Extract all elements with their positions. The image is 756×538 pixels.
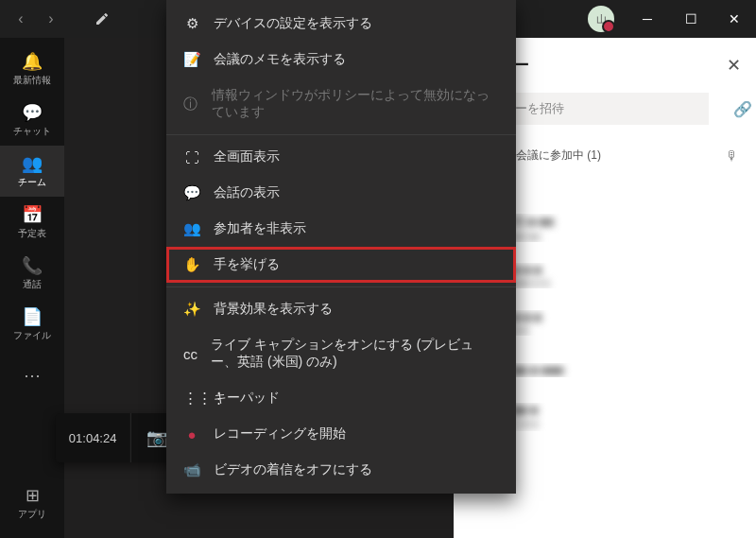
menu-item[interactable]: ✨背景効果を表示する: [166, 291, 516, 327]
nav-forward-button[interactable]: ›: [38, 6, 64, 32]
menu-item-icon: 👥: [183, 220, 200, 237]
menu-item-label: 手を挙げる: [214, 256, 280, 273]
rail-activity[interactable]: 🔔最新情報: [0, 43, 64, 95]
rail-calendar[interactable]: 📅予定表: [0, 197, 64, 248]
more-icon: ⋯: [24, 365, 41, 386]
participant-subtitle: ■■■ ■ ■: [512, 277, 739, 288]
calendar-icon: 📅: [22, 204, 43, 225]
menu-item-icon: ⚙: [183, 15, 200, 32]
menu-item-icon: ✨: [183, 301, 200, 318]
apps-icon: ⊞: [26, 485, 40, 506]
phone-icon: 📞: [22, 255, 43, 276]
menu-item-icon: 📹: [183, 461, 200, 478]
menu-item-icon: ●: [183, 426, 200, 443]
menu-item-icon: 💬: [183, 184, 200, 201]
menu-item-icon: ✋: [183, 256, 200, 273]
participant-name: ■ ■ ■: [512, 263, 739, 277]
menu-item-label: 情報ウィンドウがポリシーによって無効になっています: [212, 87, 499, 121]
menu-item-label: ビデオの着信をオフにする: [214, 461, 372, 478]
user-avatar[interactable]: 山: [588, 6, 614, 32]
rail-teams[interactable]: 👥チーム: [0, 146, 64, 197]
bell-icon: 🔔: [22, 51, 43, 72]
team-icon: 👥: [22, 153, 43, 174]
file-icon: 📄: [22, 306, 43, 327]
rail-chat[interactable]: 💬チャット: [0, 95, 64, 146]
camera-off-icon: 📷: [146, 427, 167, 448]
menu-item-label: 会議のメモを表示する: [214, 51, 346, 68]
menu-item[interactable]: ⋮⋮⋮キーパッド: [166, 380, 516, 416]
participant-name: ■ ■ ■: [512, 310, 739, 324]
menu-item-label: ライブ キャプションをオンにする (プレビュー、英語 (米国) のみ): [211, 337, 499, 371]
participant-subtitle: 応■ ■: [512, 417, 739, 431]
menu-item-label: 参加者を非表示: [214, 220, 306, 237]
mute-all-icon[interactable]: 🎙: [726, 148, 739, 164]
menu-item[interactable]: 📹ビデオの着信をオフにする: [166, 452, 516, 488]
menu-item[interactable]: ●レコーディングを開始: [166, 416, 516, 452]
participant-name: ■■ ■: [512, 403, 739, 417]
more-actions-menu: ⚙デバイスの設定を表示する📝会議のメモを表示するⓘ情報ウィンドウがポリシーによっ…: [166, 0, 516, 494]
close-panel-button[interactable]: ✕: [727, 55, 741, 76]
menu-item-icon: ⓘ: [183, 95, 198, 113]
menu-item[interactable]: ⛶全画面表示: [166, 139, 516, 175]
participant-subtitle: ■ ■: [512, 324, 739, 336]
rail-files[interactable]: 📄ファイル: [0, 299, 64, 350]
menu-item[interactable]: 📝会議のメモを表示する: [166, 42, 516, 78]
menu-item[interactable]: 💬会話の表示: [166, 175, 516, 211]
menu-item-label: キーパッド: [214, 390, 280, 407]
menu-item-label: 背景効果を表示する: [214, 301, 333, 318]
menu-item-label: 会話の表示: [214, 184, 280, 201]
menu-item: ⓘ情報ウィンドウがポリシーによって無効になっています: [166, 78, 516, 130]
window-maximize-button[interactable]: ☐: [669, 0, 713, 38]
menu-item[interactable]: ⚙デバイスの設定を表示する: [166, 6, 516, 42]
menu-item-icon: ⛶: [183, 149, 200, 165]
call-timer: 01:04:24: [56, 431, 130, 445]
nav-back-button[interactable]: ‹: [8, 6, 34, 32]
rail-calls[interactable]: 📞通話: [0, 248, 64, 299]
menu-item[interactable]: ccライブ キャプションをオンにする (プレビュー、英語 (米国) のみ): [166, 327, 516, 380]
menu-item[interactable]: ✋手を挙げる: [166, 247, 516, 283]
menu-item-label: レコーディングを開始: [214, 425, 346, 443]
chat-icon: 💬: [22, 102, 43, 123]
rail-more[interactable]: ⋯: [0, 350, 64, 401]
compose-button[interactable]: [89, 6, 115, 32]
copy-link-icon[interactable]: 🔗: [730, 100, 756, 118]
window-close-button[interactable]: ✕: [713, 0, 756, 38]
menu-item-label: 全画面表示: [214, 148, 280, 165]
window-minimize-button[interactable]: ─: [626, 0, 669, 38]
menu-item-icon: ⋮⋮⋮: [183, 390, 200, 407]
rail-apps[interactable]: ⊞アプリ: [0, 477, 64, 529]
menu-item-label: デバイスの設定を表示する: [214, 15, 372, 32]
participant-name: ■■ ■ ■■■: [512, 363, 739, 377]
menu-item[interactable]: 👥参加者を非表示: [166, 211, 516, 247]
participant-subtitle: ■■ ■■: [512, 231, 739, 242]
participant-name: 岡 ■ ■■: [512, 214, 739, 231]
menu-item-icon: 📝: [183, 51, 200, 68]
menu-item-icon: cc: [183, 346, 198, 362]
app-rail: 🔔最新情報 💬チャット 👥チーム 📅予定表 📞通話 📄ファイル ⋯ ⊞アプリ: [0, 38, 64, 538]
